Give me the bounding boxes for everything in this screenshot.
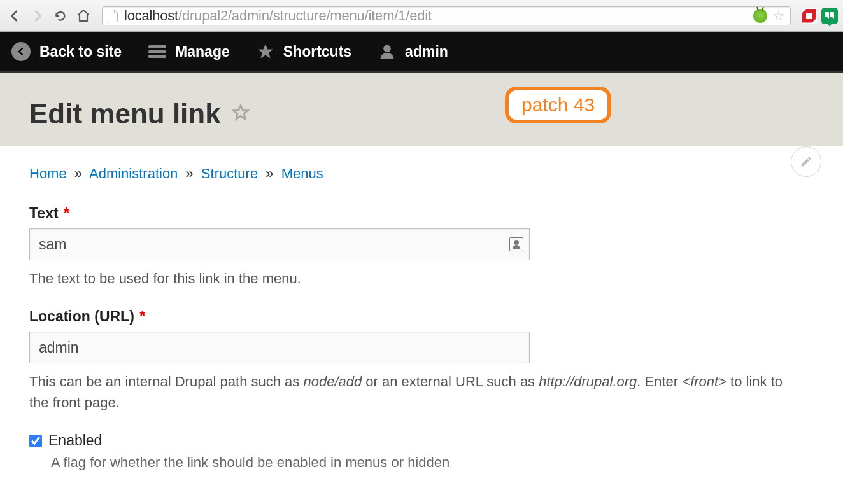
- admin-toolbar: Back to site Manage Shortcuts admin: [0, 32, 843, 73]
- text-input[interactable]: [29, 228, 530, 260]
- nav-back-button[interactable]: [5, 6, 24, 25]
- location-field-wrapper: Location (URL) * This can be an internal…: [29, 308, 814, 413]
- patch-badge: patch 43: [505, 87, 611, 123]
- content-region: Home » Administration » Structure » Menu…: [0, 146, 843, 471]
- address-bar[interactable]: localhost/drupal2/admin/structure/menu/i…: [102, 6, 791, 25]
- bug-icon[interactable]: [753, 9, 767, 23]
- url-text: localhost/drupal2/admin/structure/menu/i…: [124, 8, 432, 24]
- browser-chrome: localhost/drupal2/admin/structure/menu/i…: [0, 0, 843, 32]
- text-field-wrapper: Text * The text to be used for this link…: [29, 205, 814, 289]
- text-label: Text *: [29, 205, 814, 222]
- admin-label: admin: [405, 43, 448, 60]
- hangouts-extension-icon[interactable]: [821, 8, 838, 24]
- enabled-description: A flag for whether the link should be en…: [51, 454, 814, 471]
- text-description: The text to be used for this link in the…: [29, 268, 793, 289]
- required-marker: *: [64, 205, 69, 221]
- nav-reload-button[interactable]: [51, 6, 70, 25]
- page-icon: [108, 10, 118, 22]
- required-marker: *: [139, 308, 145, 325]
- favorite-star-icon[interactable]: [231, 103, 250, 125]
- back-to-site-label: Back to site: [39, 43, 122, 60]
- location-label: Location (URL) *: [29, 308, 814, 325]
- enabled-field-wrapper: Enabled A flag for whether the link shou…: [29, 432, 814, 471]
- nav-forward-button[interactable]: [28, 6, 47, 25]
- breadcrumb-sep: »: [185, 165, 193, 181]
- enabled-label: Enabled: [48, 432, 102, 449]
- enabled-checkbox[interactable]: [29, 435, 42, 447]
- shortcuts-link[interactable]: Shortcuts: [251, 43, 357, 60]
- breadcrumb-structure[interactable]: Structure: [201, 165, 258, 181]
- manage-link[interactable]: Manage: [143, 43, 235, 60]
- menu-icon: [148, 45, 166, 58]
- location-input[interactable]: [29, 332, 530, 363]
- chevron-left-icon: [11, 42, 31, 61]
- back-to-site-link[interactable]: Back to site: [6, 42, 127, 61]
- svg-point-0: [383, 45, 391, 53]
- nav-home-button[interactable]: [74, 6, 93, 25]
- breadcrumb-menus[interactable]: Menus: [281, 165, 323, 181]
- breadcrumb-sep: »: [266, 165, 273, 181]
- location-description: This can be an internal Drupal path such…: [29, 371, 793, 413]
- admin-user-link[interactable]: admin: [373, 43, 453, 60]
- manage-label: Manage: [175, 43, 230, 60]
- adblock-extension-icon[interactable]: [801, 8, 818, 24]
- breadcrumb: Home » Administration » Structure » Menu…: [29, 165, 814, 182]
- pencil-icon: [800, 155, 812, 168]
- edit-fab-button[interactable]: [791, 146, 821, 177]
- breadcrumb-administration[interactable]: Administration: [89, 165, 178, 181]
- star-icon: [257, 43, 274, 60]
- breadcrumb-home[interactable]: Home: [29, 165, 67, 181]
- page-title: Edit menu link: [29, 98, 221, 130]
- shortcuts-label: Shortcuts: [283, 43, 351, 60]
- breadcrumb-sep: »: [74, 165, 82, 181]
- page-header: Edit menu link patch 43: [0, 73, 843, 146]
- autofill-contact-icon[interactable]: [509, 237, 523, 251]
- bookmark-star-icon[interactable]: ☆: [772, 8, 785, 24]
- user-icon: [378, 43, 396, 60]
